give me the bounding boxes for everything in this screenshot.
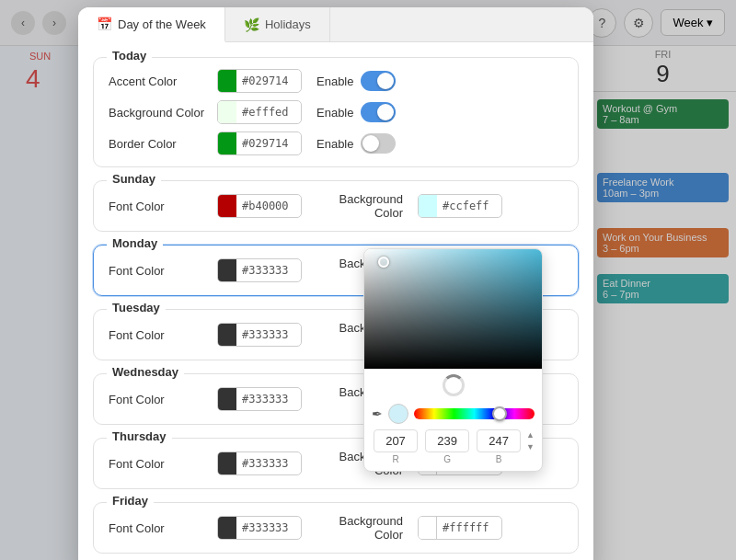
thursday-font-label: Font Color (109, 457, 210, 471)
g-input[interactable] (425, 429, 469, 452)
tuesday-font-hex[interactable] (236, 326, 301, 343)
today-section: Today Accent Color Enable Background Col… (93, 57, 579, 167)
g-label: G (443, 454, 451, 464)
sunday-section: Sunday Font Color Background Color (93, 180, 579, 232)
picker-tool-row: ✒ (372, 404, 535, 424)
sunday-font-swatch (218, 194, 236, 218)
tuesday-font-input[interactable] (217, 323, 302, 347)
tab-day-of-week[interactable]: 📅 Day of the Week (78, 7, 225, 42)
border-enable-label: Enable (316, 137, 353, 151)
hue-slider[interactable] (414, 408, 535, 419)
stepper-up[interactable]: ▲ (526, 429, 535, 441)
tab-bar: 📅 Day of the Week 🌿 Holidays (78, 7, 593, 42)
friday-font-hex[interactable] (236, 520, 301, 536)
loading-spinner (443, 374, 465, 396)
color-preview (388, 404, 408, 424)
border-color-swatch (218, 131, 236, 155)
monday-font-swatch (218, 258, 236, 282)
accent-color-row: Accent Color Enable (109, 69, 563, 93)
today-bg-enable-label: Enable (316, 106, 353, 120)
sunday-bg-swatch (419, 194, 437, 218)
thursday-font-hex[interactable] (236, 455, 301, 472)
wednesday-section-label: Wednesday (107, 365, 184, 379)
accent-color-label: Accent Color (109, 74, 210, 88)
sunday-font-input[interactable] (217, 194, 302, 218)
border-color-row: Border Color Enable (109, 131, 563, 155)
thursday-font-swatch (218, 451, 236, 475)
wednesday-font-label: Font Color (109, 393, 210, 406)
sunday-font-label: Font Color (109, 200, 210, 213)
stepper-down[interactable]: ▼ (526, 441, 535, 453)
monday-font-hex[interactable] (236, 262, 301, 279)
today-bg-swatch (218, 100, 236, 124)
rgb-inputs: R G B ▲ ▼ (372, 429, 535, 465)
today-bg-color-row: Background Color Enable (109, 100, 563, 124)
wednesday-font-hex[interactable] (236, 391, 301, 407)
border-hex-input[interactable] (236, 135, 301, 152)
color-gradient[interactable] (364, 249, 543, 369)
wednesday-font-swatch (218, 387, 236, 411)
accent-color-swatch (218, 69, 236, 93)
tuesday-font-label: Font Color (109, 328, 210, 342)
sunday-section-label: Sunday (107, 172, 161, 186)
friday-font-label: Font Color (109, 521, 210, 535)
r-input[interactable] (374, 429, 418, 452)
b-label: B (496, 454, 502, 464)
accent-color-input[interactable] (217, 69, 302, 93)
b-field: B (475, 429, 523, 465)
border-color-input[interactable] (217, 131, 302, 155)
sunday-bg-input[interactable] (418, 194, 502, 218)
eyedropper-icon[interactable]: ✒ (372, 406, 383, 421)
g-field: G (423, 429, 471, 465)
thursday-font-input[interactable] (217, 451, 302, 475)
r-field: R (372, 429, 420, 465)
monday-font-label: Font Color (109, 264, 210, 278)
sunday-bg-label: Background Color (309, 192, 410, 220)
border-color-label: Border Color (109, 137, 210, 151)
friday-font-input[interactable] (217, 516, 302, 540)
today-bg-toggle[interactable] (361, 102, 396, 122)
sunday-font-hex[interactable] (236, 198, 301, 214)
monday-section-label: Monday (107, 236, 163, 250)
sunday-bg-hex[interactable] (437, 198, 501, 214)
friday-section: Friday Font Color Background Color (93, 502, 579, 554)
border-toggle[interactable] (361, 133, 396, 154)
friday-bg-swatch (419, 516, 437, 540)
calendar-icon: 📅 (97, 17, 112, 31)
stepper-arrows[interactable]: ▲ ▼ (526, 429, 535, 465)
friday-bg-label: Background Color (309, 514, 410, 542)
friday-section-label: Friday (107, 494, 154, 508)
b-input[interactable] (477, 429, 521, 452)
wednesday-font-input[interactable] (217, 387, 302, 411)
accent-hex-input[interactable] (236, 73, 301, 89)
gradient-cursor (378, 257, 389, 268)
monday-font-input[interactable] (217, 258, 302, 282)
hue-thumb (492, 406, 507, 421)
friday-color-row: Font Color Background Color (109, 514, 563, 542)
thursday-section-label: Thursday (107, 429, 172, 443)
leaf-icon: 🌿 (244, 17, 259, 32)
picker-controls: ✒ R G B ▲ ▼ (364, 398, 542, 471)
friday-bg-hex[interactable] (437, 520, 501, 536)
accent-toggle[interactable] (361, 71, 396, 91)
tab-holidays[interactable]: 🌿 Holidays (225, 7, 330, 41)
r-label: R (392, 454, 398, 464)
tuesday-font-swatch (218, 323, 236, 347)
today-bg-input[interactable] (217, 100, 302, 124)
tuesday-section-label: Tuesday (107, 301, 166, 314)
today-bg-label: Background Color (109, 106, 210, 120)
today-section-label: Today (107, 49, 152, 63)
accent-enable-label: Enable (316, 74, 353, 88)
friday-font-swatch (218, 516, 236, 540)
friday-bg-input[interactable] (418, 516, 502, 540)
picker-loading (364, 374, 542, 396)
today-bg-hex-input[interactable] (236, 104, 301, 120)
color-picker-popup: ✒ R G B ▲ ▼ (363, 248, 543, 472)
sunday-color-row: Font Color Background Color (109, 192, 563, 220)
